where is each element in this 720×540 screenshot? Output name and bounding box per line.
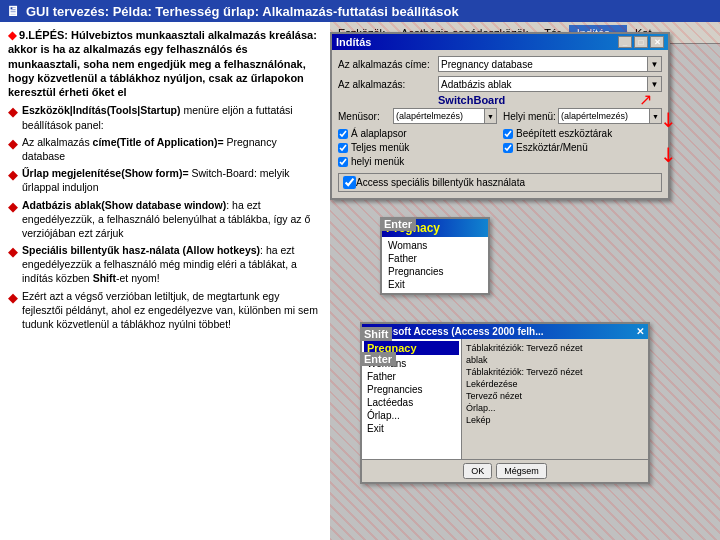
helymenu-input[interactable]: (alapértelmezés) ▼ xyxy=(558,108,662,124)
pm2-right-3: Táblakritéziók: Tervező nézet xyxy=(466,367,644,377)
pm2-pregnancies[interactable]: Pregnancies xyxy=(364,383,459,396)
helymenu-value: (alapértelmezés) xyxy=(561,111,628,121)
show-form-row: Az alkalmazás: Adatbázis ablak ▼ xyxy=(338,76,662,92)
left-panel: ◆ 9.LÉPÉS: Húlvebiztos munkaasztali alka… xyxy=(0,22,330,540)
bullet-3: ◆ Űrlap megjelenítése(Show form)= Switch… xyxy=(8,166,322,194)
menubar-input[interactable]: (alapértelmezés) ▼ xyxy=(393,108,497,124)
enter-label-2: Enter xyxy=(360,352,396,366)
minimize-button[interactable]: _ xyxy=(618,36,632,48)
pm2-cancel-button[interactable]: Mégsem xyxy=(496,463,547,479)
bullet-arrow-6: ◆ xyxy=(8,289,18,307)
pm2-orlap[interactable]: Órlap... xyxy=(364,409,459,422)
eszkoztar-row: Eszköztár/Menü xyxy=(503,142,662,153)
pm2-right-5: Tervező nézet xyxy=(466,391,644,401)
bullet-2: ◆ Az alkalmazás címe(Title of Applicatio… xyxy=(8,135,322,163)
helymenu-label: Helyi menü: xyxy=(503,111,558,122)
pregnancy-menu-2: Microsoft Access (Access 2000 felh... ✕ … xyxy=(360,322,650,484)
bullet-4: ◆ Adatbázis ablak(Show database window):… xyxy=(8,198,322,241)
app-title-dropdown-arrow[interactable]: ▼ xyxy=(647,57,661,71)
pm2-ok-button[interactable]: OK xyxy=(463,463,492,479)
pregnancy-menu-2-right: Táblakritéziók: Tervező nézet ablak Tábl… xyxy=(462,339,648,459)
bullet-arrow-1: ◆ xyxy=(8,103,18,121)
bullet-text-4: Adatbázis ablak(Show database window): h… xyxy=(22,198,322,241)
alaplapsor-label: Á alaplapsor xyxy=(351,128,407,139)
bullet-arrow-4: ◆ xyxy=(8,198,18,216)
show-form-dropdown-arrow[interactable]: ▼ xyxy=(647,77,661,91)
pm2-right-6: Órlap... xyxy=(466,403,644,413)
pm2-right-1: Táblakritéziók: Tervező nézet xyxy=(466,343,644,353)
pregnancy-menu-1-items: Womans Father Pregnancies Exit xyxy=(382,237,488,293)
alaplapsor-checkbox[interactable] xyxy=(338,129,348,139)
app-icon: 🖥 xyxy=(6,3,20,19)
shift-label: Shift xyxy=(360,327,392,341)
teljes-menu-row: Teljes menük xyxy=(338,142,497,153)
red-arrow-switchboard: ↗ xyxy=(639,90,652,109)
settings-dialog: Indítás _ □ ✕ Az alkalmazás címe: Pregna… xyxy=(330,32,670,200)
access-label: Access speciális billentyűk használata xyxy=(356,177,525,188)
pm2-exit[interactable]: Exit xyxy=(364,422,459,435)
bullet-5: ◆ Speciális billentyűk hasz-nálata (Allo… xyxy=(8,243,322,286)
window-controls[interactable]: _ □ ✕ xyxy=(618,36,664,48)
pm2-father[interactable]: Father xyxy=(364,370,459,383)
access-row: Access speciális billentyűk használata xyxy=(338,173,662,192)
bullet-text-5: Speciális billentyűk hasz-nálata (Allow … xyxy=(22,243,322,286)
bullet-arrow-5: ◆ xyxy=(8,243,18,261)
pregnancy-menu-2-title: Microsoft Access (Access 2000 felh... ✕ xyxy=(362,324,648,339)
show-form-label: Az alkalmazás: xyxy=(338,79,438,90)
bullet-6: ◆ Ezért azt a végső verzióban letiltjuk,… xyxy=(8,289,322,332)
show-form-value: Adatbázis ablak xyxy=(441,79,512,90)
pm2-right-4: Lekérdezése xyxy=(466,379,644,389)
title-bar: 🖥 GUI tervezés: Példa: Terhesség űrlap: … xyxy=(0,0,720,22)
col-left: Menüsor: (alapértelmezés) ▼ Á alaplapsor xyxy=(338,108,497,170)
helymenu-row: Helyi menü: (alapértelmezés) ▼ xyxy=(503,108,662,124)
access-checkbox[interactable] xyxy=(343,176,356,189)
bullet-arrow-3: ◆ xyxy=(8,166,18,184)
show-form-input[interactable]: Adatbázis ablak ▼ xyxy=(438,76,662,92)
dialog-body: Az alkalmazás címe: Pregnancy database ▼… xyxy=(332,50,668,198)
menubar-label: Menüsor: xyxy=(338,111,393,122)
app-title-label: Az alkalmazás címe: xyxy=(338,59,438,70)
alaplapsor-row: Á alaplapsor xyxy=(338,128,497,139)
pregnancy-menu-item-exit[interactable]: Exit xyxy=(384,278,486,291)
pm2-lacteodas[interactable]: Lactéedas xyxy=(364,396,459,409)
beepitett-label: Beépített eszköztárak xyxy=(516,128,612,139)
dialog-title-bar: Indítás _ □ ✕ xyxy=(332,34,668,50)
dialog-title-text: Indítás xyxy=(336,36,371,48)
bullet-text-1: Eszközök|Indítás(Tools|Startup) menüre e… xyxy=(22,103,322,131)
main-content: ◆ 9.LÉPÉS: Húlvebiztos munkaasztali alka… xyxy=(0,22,720,540)
pregnancy-menu-item-pregnancies[interactable]: Pregnancies xyxy=(384,265,486,278)
enter-label-1: Enter xyxy=(380,217,416,231)
bullet-text-6: Ezért azt a végső verzióban letiltjuk, d… xyxy=(22,289,322,332)
step-title: ◆ 9.LÉPÉS: Húlvebiztos munkaasztali alka… xyxy=(8,28,322,99)
app-title-value: Pregnancy database xyxy=(441,59,533,70)
close-button[interactable]: ✕ xyxy=(650,36,664,48)
maximize-button[interactable]: □ xyxy=(634,36,648,48)
pm2-buttons: OK Mégsem xyxy=(362,459,648,482)
pregnancy-menu-item-fathers[interactable]: Father xyxy=(384,252,486,265)
beepitett-checkbox[interactable] xyxy=(503,129,513,139)
teljes-menu-label: Teljes menük xyxy=(351,142,409,153)
helyi-menu-row: helyi menük xyxy=(338,156,497,167)
two-col-section: Menüsor: (alapértelmezés) ▼ Á alaplapsor xyxy=(338,108,662,170)
eszkoztar-checkbox[interactable] xyxy=(503,143,513,153)
bullet-arrow-2: ◆ xyxy=(8,135,18,153)
app-title-input[interactable]: Pregnancy database ▼ xyxy=(438,56,662,72)
right-panel: Eszközök Acatbázis-segédeszközök Tár Ind… xyxy=(330,22,720,540)
bullet-text-3: Űrlap megjelenítése(Show form)= Switch-B… xyxy=(22,166,322,194)
menubar-dropdown-arrow[interactable]: ▼ xyxy=(484,109,496,123)
app-title-row: Az alkalmazás címe: Pregnancy database ▼ xyxy=(338,56,662,72)
win2-close[interactable]: ✕ xyxy=(636,326,644,337)
title-text: GUI tervezés: Példa: Terhesség űrlap: Al… xyxy=(26,4,459,19)
beepitett-row: Beépített eszköztárak xyxy=(503,128,662,139)
teljes-menu-checkbox[interactable] xyxy=(338,143,348,153)
bullet-text-2: Az alkalmazás címe(Title of Application)… xyxy=(22,135,322,163)
pregnancy-menu-item-womans[interactable]: Womans xyxy=(384,239,486,252)
switchboard-annotation: SwitchBoard ↗ xyxy=(438,94,662,106)
bullet-1: ◆ Eszközök|Indítás(Tools|Startup) menüre… xyxy=(8,103,322,131)
eszkoztar-label: Eszköztár/Menü xyxy=(516,142,588,153)
helyi-menu-checkbox[interactable] xyxy=(338,157,348,167)
switchboard-label: SwitchBoard xyxy=(438,94,505,106)
menubar-row: Menüsor: (alapértelmezés) ▼ xyxy=(338,108,497,124)
menubar-value: (alapértelmezés) xyxy=(396,111,463,121)
col-right: Helyi menü: (alapértelmezés) ▼ Beépített… xyxy=(503,108,662,170)
